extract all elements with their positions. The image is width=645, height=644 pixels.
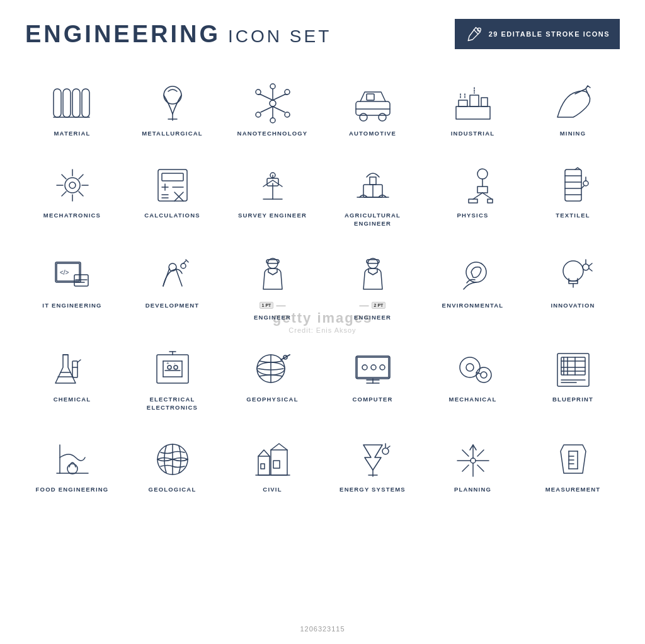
svg-line-44 xyxy=(79,192,83,196)
svg-point-38 xyxy=(69,182,76,188)
svg-rect-4 xyxy=(72,89,80,117)
svg-point-153 xyxy=(382,448,389,454)
svg-rect-149 xyxy=(273,461,280,468)
icon-cell-physics: PHYSICS xyxy=(426,156,520,234)
engineer1-label: ENGINEER xyxy=(254,314,291,321)
svg-line-18 xyxy=(273,95,285,100)
icon-cell-civil: CIVIL xyxy=(225,430,319,500)
icon-cell-nanotechnology: NANOTECHNOLOGY xyxy=(225,74,319,144)
mechanical-icon xyxy=(448,347,498,391)
svg-line-43 xyxy=(62,175,66,179)
svg-point-93 xyxy=(563,261,583,281)
nanotechnology-icon xyxy=(248,81,298,125)
svg-rect-146 xyxy=(258,456,270,475)
svg-rect-2 xyxy=(54,89,61,117)
pen-tool-icon xyxy=(465,25,482,43)
badge-text: 29 EDITABLE STROKE ICONS xyxy=(489,30,610,38)
svg-rect-5 xyxy=(82,89,89,117)
icon-cell-material: MATERIAL xyxy=(25,74,119,144)
svg-rect-31 xyxy=(459,100,467,106)
icon-cell-metallurgical: METALLURGICAL xyxy=(125,74,219,144)
icon-cell-textile: TEXTILEL xyxy=(526,156,620,234)
svg-line-162 xyxy=(477,450,484,456)
svg-point-126 xyxy=(362,365,367,370)
svg-rect-104 xyxy=(157,355,188,383)
icon-cell-measurement: MEASUREMENT xyxy=(526,430,620,500)
mining-label: MINING xyxy=(560,130,586,137)
blueprint-label: BLUEPRINT xyxy=(552,396,593,403)
it-icon: </> xyxy=(47,253,98,297)
mechatronics-icon xyxy=(47,163,98,207)
svg-rect-3 xyxy=(63,89,71,117)
automotive-icon xyxy=(348,81,398,125)
engineer1-pt-label: 1 PT —— xyxy=(260,302,286,309)
environmental-label: ENVIRONMENTAL xyxy=(442,302,504,309)
measurement-label: MEASUREMENT xyxy=(545,486,601,493)
svg-point-12 xyxy=(285,89,290,95)
svg-line-17 xyxy=(261,95,273,100)
svg-point-132 xyxy=(481,372,487,378)
svg-line-20 xyxy=(273,106,285,112)
svg-rect-67 xyxy=(477,187,488,193)
metallurgical-icon xyxy=(147,81,198,125)
innovation-icon xyxy=(548,253,598,297)
industrial-label: INDUSTRIAL xyxy=(451,130,495,137)
physics-label: PHYSICS xyxy=(457,212,488,219)
calculations-icon xyxy=(147,163,198,207)
civil-label: CIVIL xyxy=(263,486,282,493)
svg-point-85 xyxy=(181,263,186,268)
svg-point-128 xyxy=(380,365,385,370)
computer-label: COMPUTER xyxy=(353,396,393,403)
header: ENGINEERING ICON SET 29 EDITABLE STROKE … xyxy=(25,19,620,49)
svg-rect-134 xyxy=(561,357,585,375)
blueprint-icon xyxy=(548,347,598,391)
svg-line-84 xyxy=(176,268,182,286)
energy-icon xyxy=(348,437,398,481)
icon-cell-mechatronics: MECHATRONICS xyxy=(25,156,119,234)
agricultural-icon xyxy=(348,163,398,207)
icon-cell-it: </> IT ENGINEERING xyxy=(25,246,119,328)
svg-rect-101 xyxy=(72,361,77,377)
icon-cell-energy: ENERGY SYSTEMS xyxy=(326,430,420,500)
svg-text:</>: </> xyxy=(60,269,69,276)
food-icon xyxy=(47,437,98,481)
svg-point-27 xyxy=(379,113,386,121)
svg-line-69 xyxy=(482,193,492,199)
svg-point-16 xyxy=(270,118,275,123)
engineer2-icon xyxy=(348,253,398,297)
planning-label: PLANNING xyxy=(454,486,491,493)
badge: 29 EDITABLE STROKE ICONS xyxy=(455,19,620,49)
mechatronics-label: MECHATRONICS xyxy=(43,212,101,219)
automotive-label: AUTOMOTIVE xyxy=(349,130,396,137)
svg-line-19 xyxy=(261,106,273,112)
icon-cell-planning: PLANNING xyxy=(426,430,520,500)
icon-cell-engineer2: —— 2 PT ENGINEER xyxy=(326,246,420,328)
environmental-icon xyxy=(448,253,498,297)
svg-rect-30 xyxy=(456,106,490,119)
chemical-icon xyxy=(47,347,98,391)
engineer2-pt-label: —— 2 PT xyxy=(360,302,386,309)
svg-point-14 xyxy=(285,112,290,117)
development-icon xyxy=(147,253,198,297)
svg-line-161 xyxy=(462,450,469,456)
electrical-label: ELECTRICAL ELECTRONICS xyxy=(128,396,216,411)
nanotechnology-label: NANOTECHNOLOGY xyxy=(237,130,308,137)
geophysical-label: GEOPHYSICAL xyxy=(246,396,298,403)
textile-label: TEXTILEL xyxy=(556,212,590,219)
geophysical-icon xyxy=(248,347,298,391)
svg-line-99 xyxy=(589,268,592,271)
svg-point-156 xyxy=(471,458,476,463)
svg-rect-33 xyxy=(481,98,488,106)
icon-cell-calculations: CALCULATIONS xyxy=(125,156,219,234)
chemical-label: CHEMICAL xyxy=(54,396,91,403)
title-engineering: ENGINEERING xyxy=(25,21,220,48)
svg-line-98 xyxy=(589,263,592,266)
icon-cell-environmental: ENVIRONMENTAL xyxy=(426,246,520,328)
svg-point-65 xyxy=(477,169,488,179)
svg-rect-48 xyxy=(162,173,183,181)
svg-rect-150 xyxy=(261,464,265,469)
icon-cell-chemical: CHEMICAL xyxy=(25,340,119,418)
physics-icon xyxy=(448,163,498,207)
svg-point-127 xyxy=(371,365,376,370)
civil-icon xyxy=(248,437,298,481)
